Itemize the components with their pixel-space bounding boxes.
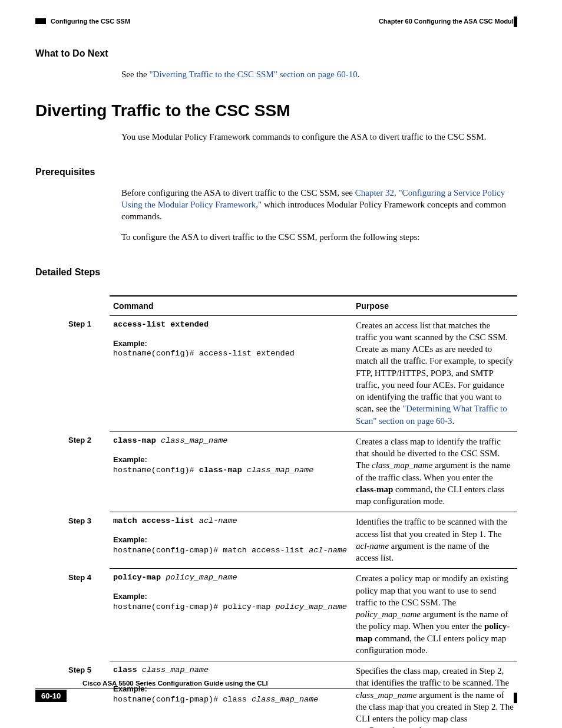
text-fragment: . <box>358 70 360 79</box>
command-cell: class-map class_map_nameExample:hostname… <box>110 431 352 512</box>
example-label: Example: <box>113 535 349 545</box>
page-edge-marker-icon <box>514 17 517 27</box>
step-label: Step 1 <box>68 315 110 431</box>
purpose-cell: Creates a policy map or modify an existi… <box>352 569 517 661</box>
table-header-purpose: Purpose <box>352 296 517 316</box>
heading-diverting-traffic: Diverting Traffic to the CSC SSM <box>35 101 517 120</box>
example-label: Example: <box>113 454 349 465</box>
text-fragment: Before configuring the ASA to divert tra… <box>121 188 355 197</box>
table-header-command: Command <box>110 296 352 316</box>
step-label: Step 3 <box>68 512 110 569</box>
page-number-badge: 60-10 <box>35 690 507 702</box>
heading-what-to-do-next: What to Do Next <box>35 48 517 59</box>
command-syntax: match access-list acl-name <box>113 516 349 526</box>
header-section-ref: Configuring the CSC SSM <box>51 18 130 25</box>
page-footer: Cisco ASA 5500 Series Configuration Guid… <box>35 680 517 702</box>
what-to-do-next-text: See the "Diverting Traffic to the CSC SS… <box>121 68 517 80</box>
link-diverting-traffic[interactable]: "Diverting Traffic to the CSC SSM" secti… <box>149 70 357 79</box>
command-syntax: class class_map_name <box>113 665 349 676</box>
example-label: Example: <box>113 591 349 602</box>
header-chapter-ref: Chapter 60 Configuring the ASA CSC Modul… <box>379 18 517 25</box>
command-example: hostname(config)# access-list extended <box>113 348 349 359</box>
table-row: Step 3match access-list acl-nameExample:… <box>68 512 517 569</box>
table-row: Step 4policy-map policy_map_nameExample:… <box>68 569 517 661</box>
steps-table: Command Purpose Step 1access-list extend… <box>68 295 517 729</box>
step-label: Step 4 <box>68 569 110 661</box>
purpose-cell: Creates an access list that matches the … <box>352 315 517 431</box>
footer-doc-title: Cisco ASA 5500 Series Configuration Guid… <box>82 680 507 687</box>
footer-edge-marker-icon <box>514 693 517 703</box>
step-label: Step 2 <box>68 431 110 512</box>
heading-prerequisites: Prerequisites <box>35 167 517 177</box>
command-syntax: access-list extended <box>113 319 349 330</box>
table-row: Step 2class-map class_map_nameExample:ho… <box>68 431 517 512</box>
prereq-paragraph-1: Before configuring the ASA to divert tra… <box>121 187 517 223</box>
command-cell: match access-list acl-nameExample:hostna… <box>110 512 352 569</box>
main-paragraph: You use Modular Policy Framework command… <box>121 131 517 143</box>
running-header: Configuring the CSC SSM Chapter 60 Confi… <box>35 18 517 25</box>
prereq-paragraph-2: To configure the ASA to divert traffic t… <box>121 231 517 243</box>
table-row: Step 1access-list extendedExample:hostna… <box>68 315 517 431</box>
purpose-cell: Identifies the traffic to be scanned wit… <box>352 512 517 569</box>
command-cell: access-list extendedExample:hostname(con… <box>110 315 352 431</box>
text-fragment: See the <box>121 70 149 79</box>
command-example: hostname(config)# class-map class_map_na… <box>113 465 349 476</box>
purpose-cell: Creates a class map to identify the traf… <box>352 431 517 512</box>
command-syntax: policy-map policy_map_name <box>113 572 349 583</box>
command-cell: policy-map policy_map_nameExample:hostna… <box>110 569 352 661</box>
header-marker-icon <box>35 18 46 24</box>
example-label: Example: <box>113 338 349 349</box>
page-number: 60-10 <box>35 690 67 702</box>
command-example: hostname(config-cmap)# match access-list… <box>113 545 349 556</box>
command-syntax: class-map class_map_name <box>113 436 349 446</box>
command-example: hostname(config-cmap)# policy-map policy… <box>113 602 349 612</box>
heading-detailed-steps: Detailed Steps <box>35 267 517 278</box>
